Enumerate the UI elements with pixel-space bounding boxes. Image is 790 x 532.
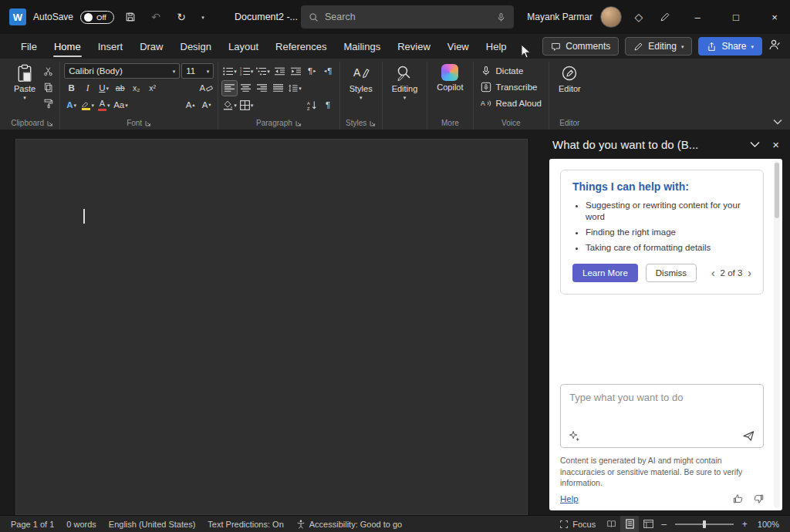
clear-formatting-button[interactable]: A [198, 81, 214, 96]
font-size-combo[interactable]: 11 ▾ [181, 63, 214, 79]
dictate-button[interactable]: Dictate [478, 63, 545, 78]
tab-layout[interactable]: Layout [220, 34, 267, 59]
superscript-button[interactable]: x² [145, 81, 160, 96]
font-dialog-launcher[interactable] [145, 120, 151, 126]
copilot-input-box[interactable] [560, 384, 764, 448]
print-layout-button[interactable] [620, 516, 639, 532]
zoom-in-button[interactable]: + [738, 519, 751, 530]
cut-button[interactable] [41, 64, 56, 79]
styles-dialog-launcher[interactable] [370, 120, 376, 126]
transcribe-button[interactable]: Transcribe [478, 79, 545, 94]
focus-mode-button[interactable]: Focus [553, 516, 602, 532]
align-right-button[interactable] [255, 81, 269, 96]
tab-mailings[interactable]: Mailings [336, 34, 390, 59]
subscript-button[interactable]: x₂ [129, 81, 143, 96]
panel-close-button[interactable]: × [772, 138, 779, 151]
editing-mode-button[interactable]: Editing ▾ [625, 37, 692, 56]
microphone-icon[interactable] [496, 12, 506, 22]
copilot-input[interactable] [569, 392, 755, 421]
italic-button[interactable]: I [80, 81, 95, 96]
dismiss-button[interactable]: Dismiss [646, 264, 697, 282]
tab-insert[interactable]: Insert [89, 34, 132, 59]
read-aloud-button[interactable]: A Read Aloud [478, 96, 545, 110]
send-button[interactable] [742, 430, 755, 442]
underline-button[interactable]: U▾ [96, 81, 111, 96]
line-spacing-button[interactable]: ▾ [287, 81, 302, 96]
sparkle-icon[interactable] [569, 430, 580, 442]
paste-button[interactable]: Paste ▾ [8, 62, 41, 103]
shrink-font-button[interactable]: A▾ [199, 98, 214, 113]
document-page[interactable] [15, 139, 528, 515]
tab-design[interactable]: Design [172, 34, 220, 59]
borders-button[interactable]: ▾ [239, 98, 255, 113]
minimize-button[interactable]: – [682, 0, 713, 34]
tab-home[interactable]: Home [46, 34, 89, 59]
bullets-button[interactable]: ▾ [222, 64, 238, 79]
zoom-slider-thumb[interactable] [703, 520, 706, 528]
copy-button[interactable] [41, 80, 56, 95]
show-formatting-marks-button[interactable]: ¶ [321, 98, 336, 113]
customize-qat-button[interactable]: ▾ [198, 8, 208, 26]
align-left-button[interactable] [222, 81, 237, 96]
word-count-status[interactable]: 0 words [60, 516, 103, 532]
editing-button[interactable]: Editing ▾ [387, 62, 424, 103]
tab-file[interactable]: File [12, 34, 46, 59]
undo-button[interactable]: ↶ [147, 8, 165, 26]
font-name-combo[interactable]: Calibri (Body) ▾ [64, 63, 180, 79]
thumbs-up-icon[interactable] [733, 493, 744, 504]
sort-button[interactable]: AZ [305, 98, 319, 113]
thumbs-down-icon[interactable] [753, 493, 764, 504]
autosave-toggle[interactable]: Off [80, 11, 114, 24]
rtl-direction-button[interactable]: ◂¶ [321, 64, 336, 79]
redo-button[interactable]: ↻ [172, 8, 191, 26]
web-layout-button[interactable] [639, 516, 657, 532]
text-effects-button[interactable]: A▾ [64, 98, 79, 113]
grow-font-button[interactable]: A▴ [183, 98, 198, 113]
panel-collapse-button[interactable] [750, 141, 760, 148]
language-status[interactable]: English (United States) [103, 516, 202, 532]
decrease-indent-button[interactable] [272, 64, 287, 79]
strikethrough-button[interactable]: ab [113, 81, 127, 96]
tab-draw[interactable]: Draw [131, 34, 171, 59]
user-name[interactable]: Mayank Parmar [527, 12, 592, 22]
bold-button[interactable]: B [64, 81, 79, 96]
save-button[interactable] [121, 8, 140, 26]
increase-indent-button[interactable] [289, 64, 303, 79]
zoom-out-button[interactable]: – [657, 519, 670, 530]
clipboard-dialog-launcher[interactable] [47, 120, 53, 126]
tab-review[interactable]: Review [389, 34, 439, 59]
premium-diamond-icon[interactable]: ◇ [630, 8, 648, 26]
word-app-icon[interactable]: W [9, 8, 26, 25]
close-button[interactable]: × [759, 0, 790, 34]
help-link[interactable]: Help [560, 494, 579, 503]
panel-scrollbar[interactable] [774, 161, 780, 508]
shading-button[interactable]: ▾ [222, 98, 238, 113]
read-mode-button[interactable] [602, 516, 620, 532]
maximize-button[interactable]: □ [721, 0, 751, 34]
justify-button[interactable] [271, 81, 285, 96]
change-case-button[interactable]: Aa▾ [113, 98, 129, 113]
learn-more-button[interactable]: Learn More [572, 264, 638, 282]
pen-mode-button[interactable] [656, 8, 674, 26]
document-title[interactable]: Document2 -... [235, 12, 298, 22]
tab-view[interactable]: View [439, 34, 478, 59]
page-count-status[interactable]: Page 1 of 1 [5, 516, 60, 532]
ltr-direction-button[interactable]: ¶▸ [305, 64, 319, 79]
align-center-button[interactable] [238, 81, 253, 96]
previous-tip-button[interactable]: ‹ [711, 267, 715, 279]
numbering-button[interactable]: 123 ▾ [239, 64, 255, 79]
highlight-button[interactable]: ▾ [80, 98, 95, 113]
search-input[interactable] [325, 12, 490, 22]
comments-button[interactable]: Comments [542, 37, 619, 56]
zoom-slider[interactable] [675, 524, 734, 525]
accessibility-status[interactable]: Accessibility: Good to go [290, 516, 408, 532]
search-bar[interactable] [301, 5, 514, 29]
tab-references[interactable]: References [267, 34, 335, 59]
user-avatar[interactable] [600, 6, 622, 28]
copilot-button[interactable]: Copilot [431, 62, 468, 94]
multilevel-list-button[interactable]: ▾ [255, 64, 271, 79]
people-button[interactable] [768, 39, 781, 54]
text-predictions-status[interactable]: Text Predictions: On [201, 516, 289, 532]
font-color-button[interactable]: A ▾ [96, 98, 111, 113]
editor-button[interactable]: Editor [553, 62, 586, 96]
